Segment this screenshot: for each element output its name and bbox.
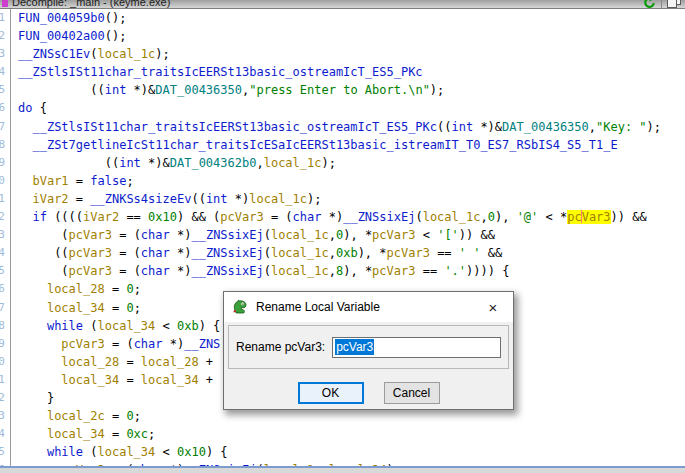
code-line[interactable]: if ((((iVar2 == 0x10) && (pcVar3 = (char…: [18, 208, 685, 226]
line-number: 8: [0, 136, 5, 154]
line-number: 17: [0, 299, 5, 317]
decompile-panel-header[interactable]: Decompile: _main - (keyme.exe): [0, 0, 685, 9]
clone-window-icon[interactable]: [667, 0, 681, 8]
line-number: 16: [0, 280, 5, 298]
line-number: 1: [0, 9, 5, 27]
code-line[interactable]: (pcVar3 = (char *)__ZNSsixEj(local_1c,8)…: [18, 262, 685, 280]
rename-field-panel: Rename pcVar3: pcVar3: [228, 325, 509, 369]
line-number: 21: [0, 371, 5, 389]
close-icon[interactable]: ×: [473, 293, 513, 322]
line-number: 6: [0, 99, 5, 117]
line-number: 15: [0, 262, 5, 280]
line-number: 20: [0, 353, 5, 371]
line-number: 12: [0, 208, 5, 226]
refresh-icon[interactable]: [643, 0, 656, 9]
code-line[interactable]: (pcVar3 = (char *)__ZNSsixEj(local_1c,0)…: [18, 226, 685, 244]
decompiler-icon: [2, 0, 8, 7]
line-number: 3: [0, 45, 5, 63]
line-number: 18: [0, 317, 5, 335]
line-number: 9: [0, 154, 5, 172]
rename-dialog: Rename Local Variable × Rename pcVar3: p…: [223, 291, 514, 410]
code-line[interactable]: __ZSt7getlineIcSt11char_traitsIcESaIcEER…: [18, 136, 685, 154]
line-number: 2: [0, 27, 5, 45]
line-number: 5: [0, 81, 5, 99]
line-number: 4: [0, 63, 5, 81]
line-number: 19: [0, 335, 5, 353]
line-number-gutter: 1234567891011121314151617181920212223242…: [0, 9, 5, 466]
line-number: 14: [0, 244, 5, 262]
code-line[interactable]: __ZStlsISt11char_traitsIcEERSt13basic_os…: [18, 118, 685, 136]
ghidra-dragon-icon: [232, 299, 248, 315]
code-line[interactable]: ((pcVar3 = (char *)__ZNSsixEj(local_1c,0…: [18, 244, 685, 262]
code-line[interactable]: ((int *)&DAT_004362b0,local_1c);: [18, 154, 685, 172]
code-line[interactable]: ((int *)&DAT_00436350,"press Enter to Ab…: [18, 81, 685, 99]
ok-button[interactable]: OK: [298, 382, 364, 404]
code-line[interactable]: FUN_00402a00();: [18, 27, 685, 45]
dialog-titlebar[interactable]: Rename Local Variable ×: [224, 292, 513, 322]
code-line[interactable]: iVar2 = __ZNKSs4sizeEv((int *)local_1c);: [18, 190, 685, 208]
rename-input[interactable]: pcVar3: [332, 337, 501, 358]
code-line[interactable]: local_34 = 0xc;: [18, 425, 685, 443]
line-number: 24: [0, 425, 5, 443]
line-number: 25: [0, 443, 5, 461]
code-line[interactable]: FUN_004059b0();: [18, 9, 685, 27]
header-separator: [661, 0, 662, 8]
code-line[interactable]: do {: [18, 99, 685, 117]
code-line[interactable]: while (local_34 < 0x10) {: [18, 443, 685, 461]
line-number: 23: [0, 407, 5, 425]
line-number: 13: [0, 226, 5, 244]
code-line[interactable]: __ZNSsC1Ev(local_1c);: [18, 45, 685, 63]
code-line[interactable]: bVar1 = false;: [18, 172, 685, 190]
code-line[interactable]: __ZStlsISt11char_traitsIcEERSt13basic_os…: [18, 63, 685, 81]
dialog-title: Rename Local Variable: [256, 300, 473, 314]
line-number: 10: [0, 172, 5, 190]
line-number: 11: [0, 190, 5, 208]
window-bottom-edge: [0, 466, 685, 473]
panel-title: Decompile: _main - (keyme.exe): [12, 0, 643, 8]
line-number: 22: [0, 389, 5, 407]
selected-input-text: pcVar3: [335, 339, 374, 355]
rename-label: Rename pcVar3:: [236, 340, 325, 354]
cancel-button[interactable]: Cancel: [384, 382, 440, 404]
gutter-divider: [10, 9, 11, 466]
line-number: 7: [0, 118, 5, 136]
